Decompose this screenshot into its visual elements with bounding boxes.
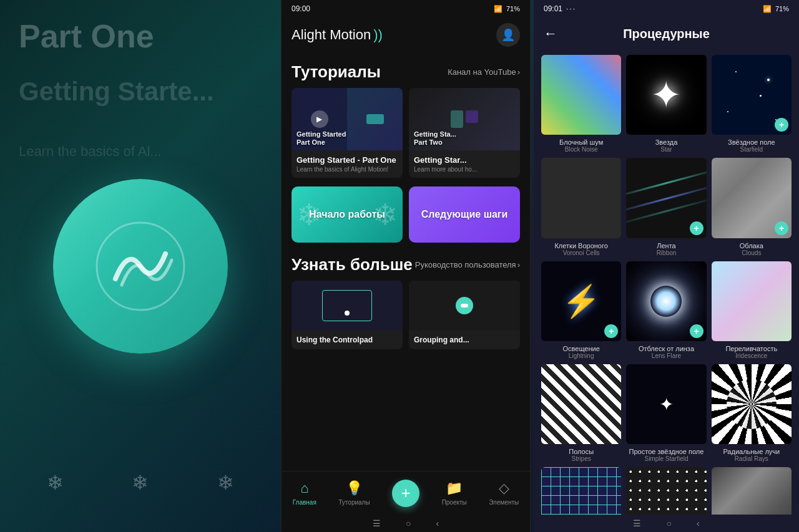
effect-cell-14[interactable]: +ТурбулентностьTurbulence xyxy=(712,467,792,515)
nav-tutorials[interactable]: 💡 Туториалы xyxy=(338,480,370,506)
youtube-link[interactable]: Канал на YouTube › xyxy=(448,67,520,77)
effect-name-ru-10: Простое звёздное поле xyxy=(629,448,704,455)
learn-name-1: Using the Controlpad xyxy=(297,336,398,344)
learn-header: Узнать больше Руководство пользователя › xyxy=(282,251,530,281)
effect-cell-10[interactable]: ✦Простое звёздное полеSimple Starfield xyxy=(626,364,706,462)
add-badge-7[interactable]: + xyxy=(690,324,703,338)
effect-thumb-4: + xyxy=(626,158,706,238)
effect-cell-11[interactable]: Радиальные лучиRadial Rays xyxy=(712,364,792,462)
learn-info-1: Using the Controlpad xyxy=(292,331,403,349)
effect-name-ru-2: Звёздное поле xyxy=(728,138,775,146)
tutorial-card-1[interactable]: ▶ Getting Started Part One Getting Start… xyxy=(292,88,403,178)
effect-thumb-12 xyxy=(541,467,621,515)
nav-projects[interactable]: 📁 Проекты xyxy=(442,480,467,506)
effect-cell-3[interactable]: Клетки ВороногоVoronoi Cells xyxy=(541,158,621,256)
sys-menu-icon[interactable]: ☰ xyxy=(373,518,381,528)
nav-elements[interactable]: ◇ Элементы xyxy=(489,480,519,506)
effect-thumb-6: ⚡+ xyxy=(541,261,621,341)
effect-name-ru-8: Переливчатость xyxy=(725,345,777,352)
learn-card-2[interactable]: Grouping and... xyxy=(409,281,520,349)
effect-thumb-0 xyxy=(541,55,621,135)
effect-cell-6[interactable]: ⚡+ОсвещениеLightning xyxy=(541,261,621,359)
sys-menu-icon-2[interactable]: ☰ xyxy=(633,518,641,528)
effect-name-ru-3: Клетки Вороного xyxy=(554,242,607,249)
main-scroll[interactable]: Туториалы Канал на YouTube › ▶ xyxy=(282,52,530,471)
effect-cell-8[interactable]: ПереливчатостьIridescence xyxy=(712,261,792,359)
signal-icon-2: 📶 xyxy=(763,5,772,13)
effect-name-en-11: Radial Rays xyxy=(735,455,768,462)
bg-text-mid: Getting Starte... xyxy=(19,75,214,109)
learn-card-1[interactable]: Using the Controlpad xyxy=(292,281,403,349)
status-icons-1: 📶 71% xyxy=(494,5,520,13)
effect-name-ru-9: Полосы xyxy=(569,448,594,455)
app-logo xyxy=(53,179,228,354)
effect-name-ru-4: Лента xyxy=(657,242,675,249)
tutorial-info-1: Getting Started - Part One Learn the bas… xyxy=(292,150,403,178)
sys-home-icon[interactable]: ○ xyxy=(406,518,411,528)
tutorials-icon: 💡 xyxy=(346,480,363,496)
tutorial-name-2: Getting Star... xyxy=(414,155,515,165)
learn-title: Узнать больше xyxy=(292,255,413,274)
cta-label-1: Начало работы xyxy=(309,209,385,220)
tutorial-card-2[interactable]: Getting Sta... Part Two Getting Star... … xyxy=(409,88,520,178)
effect-name-en-10: Simple Starfield xyxy=(644,455,688,462)
effect-name-en-1: Star xyxy=(660,146,672,153)
add-badge-5[interactable]: + xyxy=(775,221,788,235)
tutorial-thumb-1: ▶ Getting Started Part One xyxy=(292,88,403,150)
system-bar-2: ☰ ○ ‹ xyxy=(534,515,799,532)
effect-cell-2[interactable]: +Звёздное полеStarfield xyxy=(712,55,792,153)
status-bar-2: 09:01 ··· 📶 71% xyxy=(534,0,799,17)
home-icon: ⌂ xyxy=(300,480,308,496)
nav-add-button[interactable]: + xyxy=(392,480,419,507)
sys-back-icon-2[interactable]: ‹ xyxy=(697,518,700,528)
cta-card-start[interactable]: ❄ Начало работы ❄ xyxy=(292,186,403,243)
user-guide-link[interactable]: Руководство пользователя › xyxy=(415,260,520,269)
effect-thumb-9 xyxy=(541,364,621,444)
effect-name-ru-0: Блочный шум xyxy=(559,138,603,146)
nav-tutorials-label: Туториалы xyxy=(338,499,370,506)
effect-thumb-1 xyxy=(626,55,706,135)
phone1-screen: 09:00 📶 71% Alight Motion )) 👤 Туториалы… xyxy=(281,0,531,532)
effect-thumb-13 xyxy=(626,467,706,515)
projects-icon: 📁 xyxy=(446,480,463,496)
status-icons-2: 📶 71% xyxy=(763,5,789,13)
thumb-label-2: Getting Sta... Part Two xyxy=(414,130,456,147)
sys-back-icon[interactable]: ‹ xyxy=(436,518,439,528)
tutorial-desc-1: Learn the basics of Alight Motion! xyxy=(297,166,398,173)
wave-icon: )) xyxy=(373,27,383,43)
status-signal-icon: 📶 xyxy=(494,5,502,13)
bottom-nav: ⌂ Главная 💡 Туториалы + 📁 Проекты ◇ Элем… xyxy=(282,471,530,515)
effect-name-ru-11: Радиальные лучи xyxy=(723,448,780,455)
status-left-2: 09:01 ··· xyxy=(544,4,576,13)
back-button[interactable]: ← xyxy=(544,26,557,42)
effect-name-ru-7: Отблеск от линза xyxy=(639,345,694,352)
sys-home-icon-2[interactable]: ○ xyxy=(666,518,671,528)
tutorials-header: Туториалы Канал на YouTube › xyxy=(282,52,530,88)
tutorial-desc-2: Learn more about ho... xyxy=(414,166,515,173)
cta-card-next[interactable]: Следующие шаги xyxy=(409,186,520,243)
snowflake-decorations: ❄❄❄ xyxy=(12,471,268,495)
status-battery: 71% xyxy=(506,5,520,12)
effect-thumb-14: + xyxy=(712,467,792,515)
effects-grid-scroll[interactable]: Блочный шумBlock NoiseЗвездаStar +Звёздн… xyxy=(534,50,799,515)
effect-name-en-4: Ribbon xyxy=(657,249,677,256)
effect-cell-13[interactable]: ТочкиDots xyxy=(626,467,706,515)
effect-cell-9[interactable]: ПолосыStripes xyxy=(541,364,621,462)
effect-cell-12[interactable]: СеткаGrid xyxy=(541,467,621,515)
nav-home[interactable]: ⌂ Главная xyxy=(293,480,316,506)
effect-name-ru-5: Облака xyxy=(740,242,763,249)
effect-thumb-2: + xyxy=(712,55,792,135)
effect-cell-4[interactable]: +ЛентаRibbon xyxy=(626,158,706,256)
effect-cell-5[interactable]: +ОблакаClouds xyxy=(712,158,792,256)
effect-thumb-10: ✦ xyxy=(626,364,706,444)
battery-2: 71% xyxy=(775,5,789,12)
profile-button[interactable]: 👤 xyxy=(496,23,520,47)
add-badge-4[interactable]: + xyxy=(690,221,703,235)
chevron-right-icon-2: › xyxy=(517,260,520,269)
learn-name-2: Grouping and... xyxy=(414,336,515,344)
effect-cell-7[interactable]: +Отблеск от линзаLens Flare xyxy=(626,261,706,359)
effect-cell-0[interactable]: Блочный шумBlock Noise xyxy=(541,55,621,153)
effect-cell-1[interactable]: ЗвездаStar xyxy=(626,55,706,153)
system-bar-1: ☰ ○ ‹ xyxy=(282,515,530,532)
cta-row: ❄ Начало работы ❄ Следующие шаги xyxy=(282,178,530,251)
